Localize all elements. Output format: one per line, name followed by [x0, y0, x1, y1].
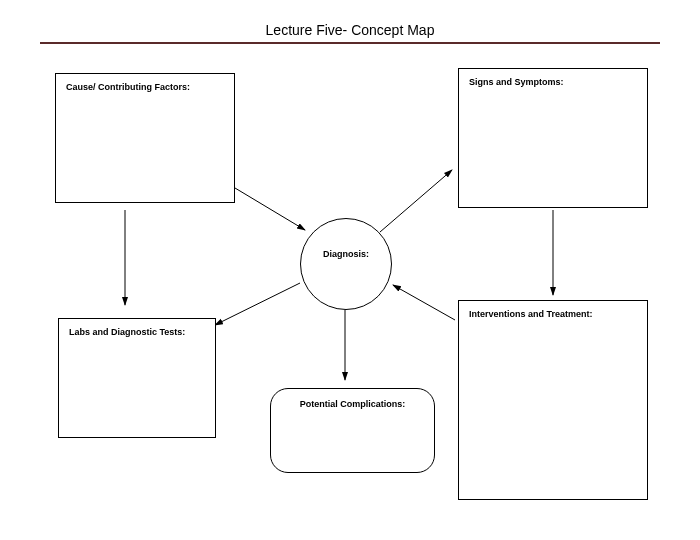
svg-line-3 [215, 283, 300, 325]
complications-box: Potential Complications: [270, 388, 435, 473]
diagnosis-label: Diagnosis: [323, 249, 369, 259]
svg-line-0 [230, 185, 305, 230]
interventions-label: Interventions and Treatment: [469, 309, 593, 319]
cause-label: Cause/ Contributing Factors: [66, 82, 190, 92]
svg-line-4 [393, 285, 455, 320]
interventions-box: Interventions and Treatment: [458, 300, 648, 500]
signs-box: Signs and Symptoms: [458, 68, 648, 208]
labs-box: Labs and Diagnostic Tests: [58, 318, 216, 438]
labs-label: Labs and Diagnostic Tests: [69, 327, 185, 337]
cause-box: Cause/ Contributing Factors: [55, 73, 235, 203]
signs-label: Signs and Symptoms: [469, 77, 564, 87]
complications-label: Potential Complications: [300, 399, 406, 409]
svg-line-1 [380, 170, 452, 232]
page-title: Lecture Five- Concept Map [0, 0, 700, 42]
diagnosis-circle: Diagnosis: [300, 218, 392, 310]
horizontal-rule [40, 42, 660, 44]
